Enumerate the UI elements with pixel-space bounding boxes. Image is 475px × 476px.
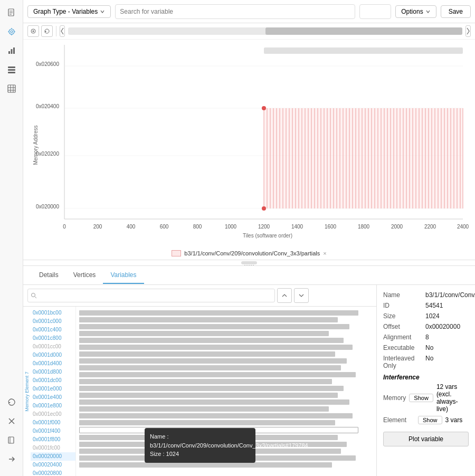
bar-item (79, 420, 335, 425)
options-button[interactable]: Options (395, 5, 436, 18)
prop-size-label: Size (383, 312, 425, 320)
svg-rect-53 (264, 108, 463, 208)
bar-item (79, 406, 329, 412)
svg-text:Memory Address: Memory Address (33, 125, 39, 165)
bar-item (79, 413, 353, 418)
svg-text:Tiles  (software order): Tiles (software order) (243, 233, 292, 239)
action-btn-down[interactable] (294, 288, 309, 303)
search-icon (31, 292, 37, 299)
svg-text:1000: 1000 (225, 224, 237, 230)
action-btn-up[interactable] (277, 288, 292, 303)
tile-count-input[interactable]: 1216 (359, 4, 391, 19)
prop-executable-label: Executable (383, 344, 425, 351)
list-item[interactable]: 0x0001c400 (31, 326, 75, 334)
list-item[interactable]: 0x0001f400 (31, 427, 75, 435)
list-item[interactable]: 0x0001f800 (31, 435, 75, 444)
bar-item (79, 399, 349, 405)
prop-size-row: Size 1024 (383, 312, 469, 320)
svg-line-123 (35, 297, 36, 298)
svg-rect-118 (264, 47, 463, 54)
list-item[interactable]: 0x00020400 (31, 461, 75, 469)
memory-show-button[interactable]: Show (409, 394, 433, 402)
resize-handle[interactable] (241, 261, 257, 264)
tab-vertices[interactable]: Vertices (66, 267, 103, 284)
legend-close-icon[interactable]: × (323, 250, 326, 256)
sidebar-item-settings[interactable] (3, 23, 20, 40)
chart-refresh-icon[interactable] (41, 25, 53, 37)
sidebar-item-arrow-right[interactable] (3, 451, 20, 468)
properties-panel: Name b3/1/1/conv/Conv/209/convolution/Co… (377, 285, 475, 476)
list-item[interactable]: 0x0001c800 (31, 334, 75, 342)
svg-rect-23 (8, 437, 14, 443)
svg-text:1400: 1400 (291, 224, 303, 230)
list-item[interactable]: 0x0001c000 (31, 317, 75, 326)
list-item[interactable]: 0x0001bc00 (31, 309, 75, 317)
bar-item (79, 331, 329, 336)
variables-list: Memory Element 7 0x0001bc00 0x0001c000 0… (23, 285, 377, 476)
scroll-right-icon[interactable] (466, 25, 471, 37)
sidebar-item-list[interactable] (3, 61, 20, 78)
list-item[interactable]: 0x0001d800 (31, 368, 75, 376)
list-item[interactable]: 0x0001e000 (31, 385, 75, 393)
bar-item-selected[interactable] (79, 427, 358, 433)
sidebar-item-table[interactable] (3, 80, 20, 97)
bars-area: Name : b3/1/1/conv/Conv/209/convolution/… (76, 307, 376, 476)
list-item[interactable]: 0x0001cc00 (31, 342, 75, 351)
bar-item (79, 449, 341, 454)
search-input[interactable] (115, 4, 355, 19)
bar-item (79, 324, 349, 329)
prop-id-value: 54541 (425, 302, 443, 309)
sidebar-item-refresh[interactable] (3, 394, 20, 411)
element-count: 3 vars (445, 416, 463, 424)
element-label: Element (383, 416, 415, 424)
svg-text:1200: 1200 (258, 224, 270, 230)
list-item[interactable]: 0x00020800 (31, 469, 75, 476)
scroll-left-icon[interactable] (60, 25, 65, 37)
sidebar-item-close[interactable] (3, 413, 20, 430)
list-item[interactable]: 0x0001dc00 (31, 376, 75, 385)
bar-item (79, 358, 347, 364)
save-button[interactable]: Save (441, 5, 471, 18)
bar-item (79, 393, 338, 398)
svg-text:800: 800 (193, 224, 202, 230)
sidebar-item-book[interactable] (3, 432, 20, 449)
graph-type-button[interactable]: Graph Type - Variables (27, 5, 111, 18)
svg-point-4 (9, 29, 14, 34)
bar-item (79, 317, 338, 322)
bar-item (79, 345, 353, 350)
svg-text:0x020000: 0x020000 (36, 204, 59, 210)
svg-text:2000: 2000 (391, 224, 403, 230)
bar-item (79, 338, 344, 343)
prop-interleaved-row: Interleaved Only No (383, 355, 469, 369)
element-interference-row: Element Show 3 vars (383, 416, 469, 424)
tab-variables[interactable]: Variables (103, 267, 144, 284)
element-show-button[interactable]: Show (418, 416, 442, 424)
list-item-selected[interactable]: 0x00020000 (31, 452, 75, 461)
svg-rect-13 (8, 66, 15, 68)
svg-rect-15 (8, 72, 15, 73)
svg-rect-14 (8, 69, 15, 71)
svg-text:600: 600 (160, 224, 169, 230)
svg-rect-12 (13, 47, 15, 54)
prop-id-row: ID 54541 (383, 302, 469, 309)
bar-item (79, 386, 344, 391)
sidebar-item-chart[interactable] (3, 42, 20, 59)
plot-variable-button[interactable]: Plot variable (383, 432, 469, 446)
sidebar-item-document[interactable] (3, 4, 20, 21)
svg-text:0x020600: 0x020600 (36, 61, 59, 67)
variables-search-input[interactable] (27, 289, 275, 302)
list-item[interactable]: 0x0001ec00 (31, 410, 75, 418)
list-item[interactable]: 0x0001e400 (31, 393, 75, 402)
prop-alignment-label: Alignment (383, 334, 425, 341)
bar-item (79, 351, 335, 357)
list-item[interactable]: 0x0001d000 (31, 351, 75, 359)
list-item[interactable]: 0x0001d400 (31, 359, 75, 368)
list-item[interactable]: 0x0001fc00 (31, 444, 75, 452)
prop-interleaved-value: No (425, 355, 433, 369)
tab-details[interactable]: Details (32, 267, 66, 284)
list-item[interactable]: 0x0001f000 (31, 418, 75, 427)
list-item[interactable]: 0x0001e800 (31, 402, 75, 410)
svg-text:0x020400: 0x020400 (36, 103, 59, 109)
chart-settings-icon[interactable] (27, 25, 39, 37)
svg-point-122 (32, 293, 35, 297)
